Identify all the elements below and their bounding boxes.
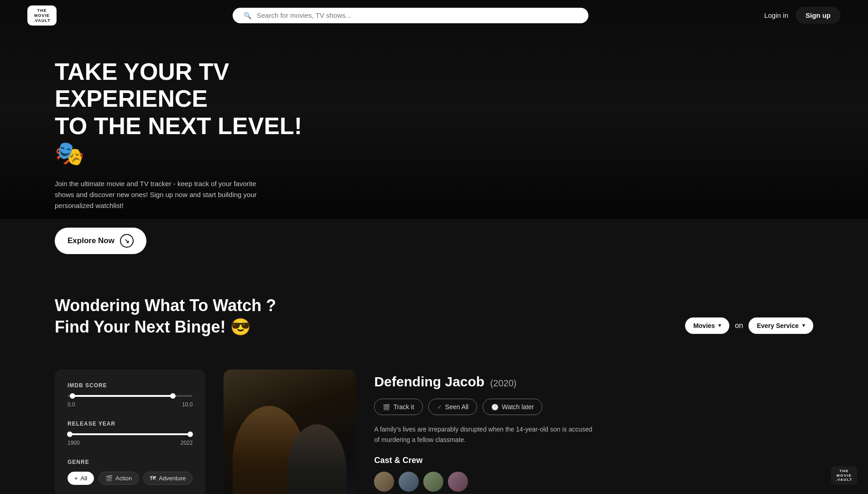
imdb-slider-labels: 0.0 10.0 xyxy=(68,401,192,408)
bottom-logo: THE MOVIE .VAULT xyxy=(831,466,857,485)
release-year-filter: RELEASE YEAR 1900 2022 xyxy=(68,421,192,446)
genre-chip-adventure[interactable]: 🗺 Adventure xyxy=(143,472,192,485)
genre-label: GENRE xyxy=(68,459,192,465)
search-input[interactable] xyxy=(257,11,577,19)
section-title: Wondering What To Watch ? Find Your Next… xyxy=(55,295,276,338)
filter-type-dropdown[interactable]: Movies ▾ xyxy=(685,317,729,334)
binge-controls: Movies ▾ on Every Service ▾ xyxy=(685,317,813,334)
year-slider-thumb-left[interactable] xyxy=(67,432,73,437)
year-slider-fill xyxy=(70,433,190,435)
genre-filter: GENRE + All 🎬 Action 🗺 Adventure xyxy=(68,459,192,485)
movie-title: Defending Jacob xyxy=(374,374,484,389)
explore-arrow-icon: ↘ xyxy=(120,234,134,248)
seen-label: Seen All xyxy=(445,403,468,411)
clock-icon xyxy=(491,403,499,411)
imdb-min-label: 0.0 xyxy=(68,401,75,408)
cast-avatar-1[interactable] xyxy=(374,472,394,492)
service-label: Every Service xyxy=(757,322,799,329)
navbar: THE MOVIE .VAULT Login in Sign up xyxy=(0,0,868,31)
search-bar xyxy=(233,8,588,23)
filters-panel: IMDB SCORE 0.0 10.0 RELEASE YEAR xyxy=(55,369,205,494)
hero-title-line2: TO THE NEXT LEVEL! 🎭 xyxy=(55,113,302,166)
hero-title: TAKE YOUR TV EXPERIENCE TO THE NEXT LEVE… xyxy=(55,58,328,167)
imdb-slider-thumb-left[interactable] xyxy=(70,393,75,399)
year-max-label: 2022 xyxy=(181,440,193,446)
movie-title-row: Defending Jacob (2020) xyxy=(374,374,813,390)
track-button[interactable]: Track it xyxy=(374,399,422,415)
genre-adventure-label: Adventure xyxy=(159,475,186,482)
nav-actions: Login in Sign up xyxy=(764,7,841,24)
bottom-logo-line2: MOVIE xyxy=(837,473,852,478)
plus-icon-adventure: 🗺 xyxy=(150,475,156,482)
explore-label: Explore Now xyxy=(68,236,114,245)
genre-chips: + All 🎬 Action 🗺 Adventure xyxy=(68,472,192,485)
logo-dot: .VAULT xyxy=(33,18,50,23)
plus-icon-action: 🎬 xyxy=(105,475,113,482)
cast-label: Cast & Crew xyxy=(374,456,813,465)
track-icon xyxy=(383,403,390,411)
logo[interactable]: THE MOVIE .VAULT xyxy=(27,5,57,26)
bottom-logo-dot: .VAULT xyxy=(836,478,852,482)
section-title-line2: Find Your Next Binge! 😎 xyxy=(55,317,251,336)
service-dropdown[interactable]: Every Service ▾ xyxy=(748,317,813,334)
lower-section: Wondering What To Watch ? Find Your Next… xyxy=(0,272,868,494)
hero-section: TAKE YOUR TV EXPERIENCE TO THE NEXT LEVE… xyxy=(0,31,868,272)
hero-title-line1: TAKE YOUR TV EXPERIENCE xyxy=(55,58,229,112)
genre-all-label: All xyxy=(81,475,87,482)
genre-chip-all[interactable]: + All xyxy=(68,472,94,485)
check-icon xyxy=(437,403,442,411)
year-min-label: 1900 xyxy=(68,440,80,446)
cast-avatars xyxy=(374,472,813,492)
cast-avatar-4[interactable] xyxy=(448,472,468,492)
logo-line2: MOVIE xyxy=(34,13,50,18)
imdb-slider-track[interactable] xyxy=(68,395,192,397)
movie-poster xyxy=(223,369,356,494)
hero-subtitle: Join the ultimate movie and TV tracker -… xyxy=(55,178,274,211)
binge-header: Wondering What To Watch ? Find Your Next… xyxy=(55,295,813,356)
watch-later-button[interactable]: Watch later xyxy=(483,399,542,415)
year-slider-track[interactable] xyxy=(68,433,192,435)
genre-chip-action[interactable]: 🎬 Action xyxy=(99,472,139,485)
track-label: Track it xyxy=(393,403,414,411)
movie-actions: Track it Seen All Watch later xyxy=(374,399,813,415)
signup-button[interactable]: Sign up xyxy=(795,7,841,24)
plus-icon: + xyxy=(74,475,78,482)
login-button[interactable]: Login in xyxy=(764,11,788,19)
year-slider-labels: 1900 2022 xyxy=(68,440,192,446)
movie-year: (2020) xyxy=(490,378,517,388)
movie-card-area xyxy=(223,369,356,494)
on-label: on xyxy=(735,322,743,330)
imdb-max-label: 10.0 xyxy=(182,401,192,408)
year-label: RELEASE YEAR xyxy=(68,421,192,427)
cast-avatar-2[interactable] xyxy=(399,472,419,492)
year-slider-thumb-right[interactable] xyxy=(187,432,193,437)
genre-action-label: Action xyxy=(115,475,132,482)
movie-info: Defending Jacob (2020) Track it Seen All… xyxy=(374,369,813,494)
search-icon xyxy=(244,11,251,20)
explore-now-button[interactable]: Explore Now ↘ xyxy=(55,228,146,254)
movie-description: A family's lives are irreparably disrupt… xyxy=(374,424,593,445)
bottom-logo-box: THE MOVIE .VAULT xyxy=(831,466,857,485)
filter-type-label: Movies xyxy=(693,322,715,329)
cast-avatar-3[interactable] xyxy=(423,472,443,492)
section-title-line1: Wondering What To Watch ? xyxy=(55,296,276,315)
imdb-slider-thumb-right[interactable] xyxy=(170,393,176,399)
imdb-slider-fill xyxy=(73,395,173,397)
chevron-down-icon-2: ▾ xyxy=(802,322,805,328)
poster-image xyxy=(223,369,356,494)
imdb-score-filter: IMDB SCORE 0.0 10.0 xyxy=(68,382,192,408)
imdb-label: IMDB SCORE xyxy=(68,382,192,389)
watch-later-label: Watch later xyxy=(502,403,534,411)
seen-all-button[interactable]: Seen All xyxy=(428,399,477,415)
movie-card[interactable] xyxy=(223,369,356,494)
bottom-logo-line1: THE xyxy=(839,469,849,473)
chevron-down-icon: ▾ xyxy=(718,322,721,328)
content-area: IMDB SCORE 0.0 10.0 RELEASE YEAR xyxy=(55,369,813,494)
logo-line1: THE xyxy=(37,8,47,13)
